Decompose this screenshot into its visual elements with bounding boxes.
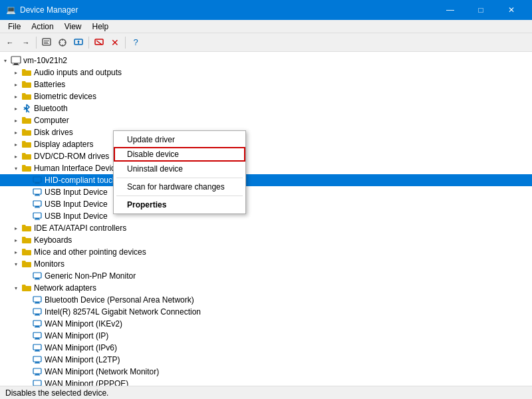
expander-disk[interactable] <box>11 127 21 138</box>
tree-item-usb-input1[interactable]: USB Input Device <box>0 186 532 198</box>
tree-icon-bluetooth <box>21 103 32 114</box>
close-button[interactable]: ✕ <box>496 0 527 20</box>
svg-rect-10 <box>14 63 18 65</box>
svg-line-8 <box>96 41 102 45</box>
tree-icon-wan-l2tp <box>32 354 43 365</box>
expander-audio[interactable] <box>11 67 21 78</box>
tree-item-network[interactable]: Network adapters <box>0 282 532 294</box>
expander-hid[interactable] <box>11 163 21 174</box>
tree-icon-dvd <box>21 151 32 162</box>
tree-icon-disk <box>21 127 32 138</box>
expander-batteries[interactable] <box>11 79 21 90</box>
disable-button[interactable] <box>92 35 106 50</box>
tree-item-wan-netmon[interactable]: WAN Miniport (Network Monitor) <box>0 366 532 378</box>
expander-monitors[interactable] <box>11 259 21 269</box>
uninstall-button[interactable]: ✕ <box>108 35 122 50</box>
expander-keyboards[interactable] <box>11 235 21 245</box>
tree-item-wan-l2tp[interactable]: WAN Miniport (L2TP) <box>0 354 532 366</box>
tree-item-dvd[interactable]: DVD/CD-ROM drives <box>0 150 532 162</box>
menu-file[interactable]: File <box>3 21 26 33</box>
device-tree[interactable]: vm-10v21h2Audio inputs and outputsBatter… <box>0 52 532 386</box>
tree-item-usb-input2[interactable]: USB Input Device <box>0 198 532 210</box>
tree-item-usb-input3[interactable]: USB Input Device <box>0 210 532 222</box>
tree-item-monitors[interactable]: Monitors <box>0 258 532 270</box>
svg-rect-3 <box>44 43 49 44</box>
svg-rect-45 <box>33 368 41 374</box>
tree-label-dvd: DVD/CD-ROM drives <box>34 150 109 162</box>
tree-item-root[interactable]: vm-10v21h2 <box>0 55 532 66</box>
tree-item-bluetooth[interactable]: Bluetooth <box>0 102 532 114</box>
tree-icon-wan-ikev2 <box>32 319 43 329</box>
svg-rect-22 <box>35 218 39 219</box>
context-menu-item-properties[interactable]: Properties <box>114 198 245 212</box>
expander-ide[interactable] <box>11 223 21 233</box>
tree-item-display[interactable]: Display adapters <box>0 138 532 150</box>
svg-rect-23 <box>35 219 40 220</box>
status-text: Disables the selected device. <box>5 388 108 398</box>
tree-item-wan-ipv6[interactable]: WAN Miniport (IPv6) <box>0 342 532 354</box>
tree-icon-network <box>21 283 32 293</box>
tree-item-mice[interactable]: Mice and other pointing devices <box>0 246 532 258</box>
svg-rect-18 <box>33 201 41 206</box>
expander-root[interactable] <box>0 55 11 66</box>
tree-label-keyboards: Keyboards <box>34 234 72 246</box>
update-driver-button[interactable] <box>71 35 86 50</box>
menu-action[interactable]: Action <box>26 21 59 33</box>
tree-item-hid-touch[interactable]: HID-compliant touch screen <box>0 174 532 186</box>
context-menu-item-update-driver[interactable]: Update driver <box>114 132 245 147</box>
context-menu-item-scan-hardware[interactable]: Scan for hardware changes <box>114 180 245 194</box>
tree-item-generic-monitor[interactable]: Generic Non-PnP Monitor <box>0 270 532 282</box>
expander-computer[interactable] <box>11 115 21 126</box>
expander-biometric[interactable] <box>11 91 21 102</box>
svg-rect-33 <box>33 321 41 326</box>
tree-item-intel-gigabit[interactable]: Intel(R) 82574L Gigabit Network Connecti… <box>0 306 532 318</box>
tree-item-batteries[interactable]: Batteries <box>0 78 532 90</box>
svg-rect-32 <box>35 315 40 316</box>
expander-bluetooth[interactable] <box>11 103 21 114</box>
tree-item-bt-pan[interactable]: Bluetooth Device (Personal Area Network) <box>0 294 532 306</box>
tree-item-wan-ip[interactable]: WAN Miniport (IP) <box>0 330 532 342</box>
tree-icon-computer <box>21 115 32 126</box>
menu-view[interactable]: View <box>59 21 87 33</box>
tree-item-keyboards[interactable]: Keyboards <box>0 234 532 246</box>
help-button[interactable]: ? <box>128 35 143 50</box>
expander-network[interactable] <box>11 283 21 293</box>
tree-item-ide[interactable]: IDE ATA/ATAPI controllers <box>0 222 532 234</box>
tree-icon-bt-pan <box>32 295 43 305</box>
tree-item-audio[interactable]: Audio inputs and outputs <box>0 66 532 78</box>
status-bar: Disables the selected device. <box>0 386 532 399</box>
menu-help[interactable]: Help <box>87 21 114 33</box>
forward-button[interactable]: → <box>19 35 33 50</box>
expander-dvd[interactable] <box>11 151 21 162</box>
tree-item-computer[interactable]: Computer <box>0 114 532 126</box>
tree-item-wan-ikev2[interactable]: WAN Miniport (IKEv2) <box>0 318 532 330</box>
svg-rect-35 <box>35 327 40 328</box>
tree-label-computer: Computer <box>34 114 69 126</box>
properties-button[interactable] <box>39 35 54 50</box>
back-button[interactable]: ← <box>3 35 17 50</box>
scan-button[interactable] <box>55 35 70 50</box>
context-menu-item-uninstall-device[interactable]: Uninstall device <box>114 162 245 176</box>
tree-label-bluetooth: Bluetooth <box>34 102 68 114</box>
tree-label-disk: Disk drives <box>34 126 73 138</box>
tree-icon-mice <box>21 247 32 257</box>
tree-item-biometric[interactable]: Biometric devices <box>0 90 532 102</box>
tree-item-disk[interactable]: Disk drives <box>0 126 532 138</box>
tree-label-generic-monitor: Generic Non-PnP Monitor <box>45 270 136 282</box>
tree-icon-biometric <box>21 91 32 102</box>
svg-rect-7 <box>95 39 103 45</box>
svg-rect-48 <box>33 380 41 386</box>
context-menu-item-disable-device[interactable]: Disable device <box>114 147 245 162</box>
tree-item-wan-pppoe[interactable]: WAN Miniport (PPPOE) <box>0 378 532 386</box>
expander-display[interactable] <box>11 139 21 150</box>
tree-label-audio: Audio inputs and outputs <box>34 66 122 78</box>
toolbar-separator-2 <box>88 37 89 49</box>
tree-item-hid[interactable]: Human Interface Devices <box>0 162 532 174</box>
expander-mice[interactable] <box>11 247 21 257</box>
svg-rect-36 <box>33 332 41 338</box>
toolbar: ← → ✕ ? <box>0 33 532 52</box>
svg-rect-43 <box>35 362 39 363</box>
maximize-button[interactable]: □ <box>466 0 496 20</box>
minimize-button[interactable]: — <box>435 0 466 20</box>
tree-label-biometric: Biometric devices <box>34 90 96 102</box>
